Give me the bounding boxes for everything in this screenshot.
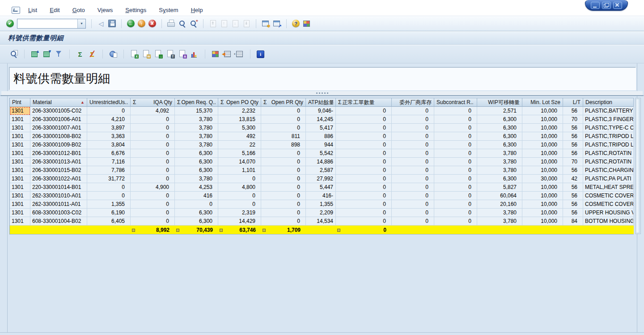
grid-cell[interactable]: 1301 <box>10 107 30 115</box>
grid-cell[interactable]: 6,300 <box>175 166 218 175</box>
grid-cell[interactable]: 10,000 <box>522 107 563 115</box>
grid-cell[interactable]: 886 <box>306 132 336 141</box>
grid-cell[interactable]: 0 <box>336 183 392 192</box>
grid-cell[interactable]: 262-330001010-A01 <box>30 192 87 200</box>
splitter-handle[interactable] <box>1 91 643 95</box>
local-file-icon[interactable]: → <box>154 50 162 58</box>
grid-cell[interactable]: 10,000 <box>522 166 563 175</box>
sort-ascending-icon[interactable]: ▲ <box>31 50 39 58</box>
grid-cell[interactable]: 0 <box>218 175 261 183</box>
grid-cell[interactable]: 1,355 <box>306 200 336 209</box>
grid-cell[interactable]: 31,772 <box>87 175 131 183</box>
grid-cell[interactable]: 9,046- <box>306 107 336 115</box>
grid-cell[interactable]: 4,092 <box>131 107 175 115</box>
grid-cell[interactable]: 4,800 <box>218 183 261 192</box>
grid-cell[interactable]: 0 <box>392 183 434 192</box>
change-layout-icon[interactable]: ◀ <box>224 50 232 58</box>
table-row[interactable]: 1301206-330001005-C0204,09215,3702,23209… <box>10 107 634 115</box>
vertical-scrollbar[interactable] <box>635 98 641 234</box>
grid-cell[interactable]: 3,780 <box>477 158 522 166</box>
create-shortcut-icon[interactable]: ↗ <box>273 20 281 28</box>
command-dropdown-icon[interactable]: ▼ <box>77 19 85 28</box>
grid-cell[interactable]: 1301 <box>10 132 30 141</box>
subtotal-icon[interactable]: Σ <box>88 50 96 58</box>
column-header-7[interactable]: ΣOpen PR Qty <box>261 98 306 107</box>
grid-cell[interactable]: 0 <box>434 158 477 166</box>
grid-cell[interactable]: 14,534 <box>306 217 336 226</box>
grid-cell[interactable]: 4,253 <box>175 183 218 192</box>
grid-cell[interactable]: 3,780 <box>175 115 218 124</box>
grid-cell[interactable]: 0 <box>131 149 175 158</box>
grid-cell[interactable]: 3,780 <box>175 132 218 141</box>
info-icon[interactable]: i <box>257 50 264 58</box>
grid-cell[interactable]: 56 <box>563 107 583 115</box>
column-header-10[interactable]: 委外厂商库存 <box>392 98 434 107</box>
filter-icon[interactable] <box>55 50 63 58</box>
grid-cell[interactable]: 2,587 <box>306 166 336 175</box>
save-icon[interactable] <box>108 20 116 27</box>
grid-cell[interactable]: 0 <box>434 107 477 115</box>
grid-cell[interactable]: 56 <box>563 200 583 209</box>
column-header-13[interactable]: Min. Lot Sze <box>522 98 563 107</box>
column-header-11[interactable]: Subcontract R.. <box>434 98 477 107</box>
grid-cell[interactable]: 6,300 <box>477 175 522 183</box>
grid-cell[interactable]: 262-330001011-A01 <box>30 200 87 209</box>
column-header-15[interactable]: Description <box>583 98 634 107</box>
table-row[interactable]: 1301206-330001008-B023,36303,78049281188… <box>10 132 634 141</box>
grid-cell[interactable]: 70 <box>563 115 583 124</box>
grid-cell[interactable]: BOTTOM HOUSING <box>583 217 634 226</box>
grid-cell[interactable]: 27,992 <box>306 175 336 183</box>
grid-cell[interactable]: 0 <box>131 175 175 183</box>
total-icon[interactable]: Σ <box>76 50 84 58</box>
grid-cell[interactable]: 0 <box>434 132 477 141</box>
grid-cell[interactable]: 0 <box>434 166 477 175</box>
enter-icon[interactable]: ✔ <box>6 20 14 27</box>
grid-cell[interactable]: 0 <box>336 175 392 183</box>
grid-cell[interactable]: 492 <box>218 132 261 141</box>
menu-views[interactable]: Views <box>97 7 113 13</box>
grid-cell[interactable]: 56 <box>563 183 583 192</box>
close-button[interactable] <box>613 2 622 9</box>
grid-cell[interactable]: 1301 <box>10 200 30 209</box>
grid-cell[interactable]: 0 <box>131 217 175 226</box>
grid-cell[interactable]: 0 <box>434 115 477 124</box>
table-row[interactable]: 1301206-330001013-A017,11606,30014,07001… <box>10 158 634 166</box>
system-menu-icon[interactable] <box>12 7 20 14</box>
back-icon[interactable]: ← <box>127 20 135 27</box>
grid-cell[interactable]: 206-330001015-B02 <box>30 166 87 175</box>
sort-descending-icon[interactable]: ▼ <box>43 50 51 58</box>
help-icon[interactable]: ? <box>292 20 300 27</box>
grid-cell[interactable]: 0 <box>392 132 434 141</box>
grid-cell[interactable]: 5,447 <box>306 183 336 192</box>
grid-cell[interactable]: 0 <box>261 149 306 158</box>
grid-cell[interactable]: 206-330001022-A01 <box>30 175 87 183</box>
grid-cell[interactable]: 1301 <box>10 183 30 192</box>
grid-cell[interactable]: COSMETIC COVER, <box>583 200 634 209</box>
grid-cell[interactable]: 6,190 <box>87 209 131 217</box>
find-next-icon[interactable]: + <box>190 20 198 28</box>
grid-cell[interactable]: 13,815 <box>218 115 261 124</box>
grid-cell[interactable]: 0 <box>392 192 434 200</box>
grid-cell[interactable]: 1301 <box>10 158 30 166</box>
grid-cell[interactable]: 6,300 <box>175 217 218 226</box>
grid-cell[interactable]: 0 <box>261 192 306 200</box>
grid-cell[interactable]: 0 <box>434 175 477 183</box>
grid-cell[interactable]: 0 <box>336 217 392 226</box>
column-header-3[interactable]: UnrestrictedUs.. <box>87 98 131 107</box>
grid-cell[interactable]: 10,000 <box>522 132 563 141</box>
grid-cell[interactable]: 56 <box>563 192 583 200</box>
continue-icon[interactable]: ◁ <box>97 20 105 28</box>
grid-cell[interactable]: 6,405 <box>87 217 131 226</box>
command-input[interactable] <box>17 19 77 28</box>
grid-cell[interactable]: 6,300 <box>175 149 218 158</box>
grid-cell[interactable]: 0 <box>87 107 131 115</box>
column-header-14[interactable]: L/T <box>563 98 583 107</box>
grid-cell[interactable]: 70 <box>563 158 583 166</box>
export-spreadsheet-icon[interactable]: X <box>130 50 138 58</box>
send-icon[interactable]: T <box>166 50 174 58</box>
grid-cell[interactable]: 6,300 <box>477 141 522 149</box>
table-row[interactable]: 1301206-330001015-B027,78606,3001,10102,… <box>10 166 634 175</box>
grid-cell[interactable]: 416- <box>306 192 336 200</box>
grid-cell[interactable]: 14,429 <box>218 217 261 226</box>
column-header-4[interactable]: ΣIQA Qty <box>131 98 175 107</box>
